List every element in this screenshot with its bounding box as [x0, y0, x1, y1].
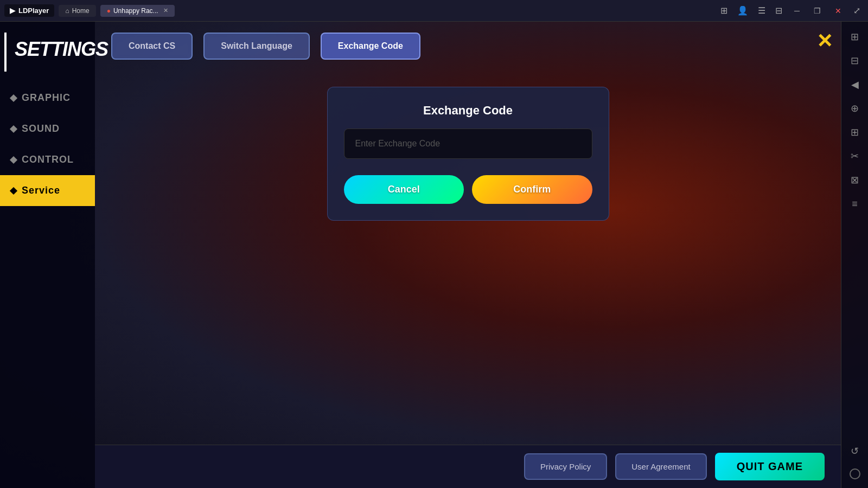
title-bar-controls: ⊞ 👤 ☰ ⊟ ─ ❐ ✕ ⤢	[717, 3, 864, 18]
controller-icon[interactable]: ⊞	[717, 3, 731, 18]
sidebar-icon-2[interactable]: ⊟	[845, 51, 865, 70]
logo-icon: ▶	[10, 7, 15, 15]
nav-item-sound[interactable]: SOUND	[0, 113, 95, 144]
user-icon[interactable]: 👤	[734, 3, 751, 18]
nav-diamond-service	[10, 187, 17, 194]
sidebar-icon-1[interactable]: ⊞	[845, 27, 865, 47]
tab-home[interactable]: ⌂ Home	[59, 5, 95, 17]
nav-diamond-graphic	[10, 94, 17, 101]
settings-close-button[interactable]: ✕	[816, 30, 833, 53]
sidebar-icon-circle[interactable]	[850, 468, 860, 479]
right-sidebar: ⊞ ⊟ ◀ ⊕ ⊞ ✂ ⊠ ≡ ↺	[841, 22, 868, 488]
exchange-code-input[interactable]	[344, 129, 592, 159]
cancel-button[interactable]: Cancel	[344, 175, 464, 204]
nav-diamond-control	[10, 156, 17, 163]
expand-icon[interactable]: ⤢	[850, 3, 864, 18]
modal-overlay: Exchange Code Cancel Confirm	[95, 22, 841, 488]
nav-label-sound: SOUND	[22, 123, 60, 134]
sidebar-icon-reload[interactable]: ↺	[845, 441, 865, 461]
sidebar-icon-5[interactable]: ⊞	[845, 123, 865, 142]
menu-icon[interactable]: ☰	[755, 3, 769, 18]
settings-title: SETTINGS	[4, 33, 95, 72]
nav-label-control: CONTROL	[22, 154, 74, 165]
nav-diamond-sound	[10, 125, 17, 132]
minimize-button[interactable]: ─	[789, 4, 805, 17]
nav-label-service: Service	[22, 185, 60, 196]
tab-home-label: Home	[72, 7, 90, 15]
app-logo[interactable]: ▶ LDPlayer	[4, 4, 54, 17]
sidebar-icon-8[interactable]: ≡	[845, 194, 865, 214]
exchange-code-modal: Exchange Code Cancel Confirm	[327, 87, 609, 221]
modal-title: Exchange Code	[344, 104, 592, 118]
sidebar-icon-6[interactable]: ✂	[845, 146, 865, 166]
nav-item-control[interactable]: CONTROL	[0, 144, 95, 175]
tab-game-label: Unhappy Rac...	[113, 7, 158, 15]
home-icon: ⌂	[65, 7, 69, 15]
confirm-button[interactable]: Confirm	[472, 175, 592, 204]
nav-item-graphic[interactable]: GRAPHIC	[0, 82, 95, 113]
sidebar-icon-7[interactable]: ⊠	[845, 170, 865, 190]
main-container: SETTINGS GRAPHIC SOUND CONTROL Service C…	[0, 22, 868, 488]
layout-icon[interactable]: ⊟	[772, 3, 786, 18]
app-name: LDPlayer	[18, 7, 49, 15]
game-tab-icon: ●	[107, 7, 111, 15]
nav-label-graphic: GRAPHIC	[22, 92, 71, 104]
title-bar: ▶ LDPlayer ⌂ Home ● Unhappy Rac... ✕ ⊞ 👤…	[0, 0, 868, 22]
window-close-button[interactable]: ✕	[829, 4, 847, 17]
sidebar-icon-3[interactable]: ◀	[845, 75, 865, 94]
sidebar-icon-4[interactable]: ⊕	[845, 99, 865, 118]
restore-button[interactable]: ❐	[808, 4, 826, 17]
tab-game[interactable]: ● Unhappy Rac... ✕	[100, 5, 175, 17]
modal-buttons: Cancel Confirm	[344, 175, 592, 204]
tab-close-icon[interactable]: ✕	[163, 7, 168, 14]
close-x-icon: ✕	[816, 30, 833, 52]
left-nav-panel: SETTINGS GRAPHIC SOUND CONTROL Service	[0, 22, 95, 488]
nav-item-service[interactable]: Service	[0, 175, 95, 206]
